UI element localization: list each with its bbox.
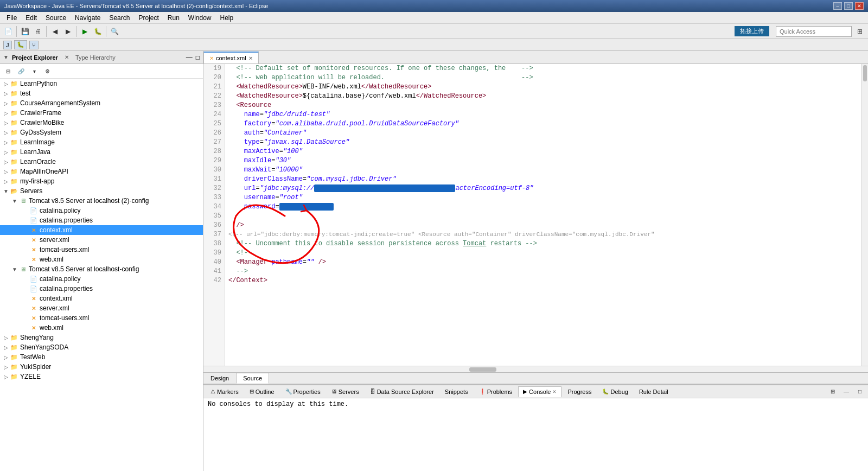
close-button[interactable]: ✕ bbox=[855, 2, 864, 10]
tab-progress[interactable]: Progress bbox=[563, 386, 596, 397]
menu-help[interactable]: Help bbox=[216, 13, 238, 23]
tab-console[interactable]: ▶ Console ✕ bbox=[518, 386, 561, 397]
tree-item-myfirstapp[interactable]: ▷ 📁 my-first-app bbox=[0, 176, 203, 186]
console-minimize-btn[interactable]: — bbox=[840, 386, 852, 398]
git-perspective[interactable]: ⑂ bbox=[29, 41, 39, 49]
tree-arrow[interactable]: ▷ bbox=[2, 91, 10, 97]
tree-arrow[interactable]: ▼ bbox=[11, 198, 18, 204]
tree-arrow[interactable]: ▷ bbox=[2, 354, 10, 360]
print-button[interactable]: 🖨 bbox=[32, 26, 44, 37]
search-button[interactable]: 🔍 bbox=[108, 26, 120, 37]
explorer-menu-button[interactable]: ▾ bbox=[28, 65, 40, 77]
tree-item-crawlermobike[interactable]: ▷ 📁 CrawlerMoBike bbox=[0, 118, 203, 128]
panel-collapse-icon[interactable]: ▼ bbox=[3, 54, 9, 60]
collapse-all-button[interactable]: ⊟ bbox=[2, 65, 14, 77]
tree-arrow[interactable]: ▷ bbox=[2, 110, 10, 116]
tree-arrow[interactable]: ▼ bbox=[2, 188, 10, 194]
code-area[interactable]: <!-- Default set of monitored resources.… bbox=[225, 64, 861, 366]
upload-button[interactable]: 拓接上传 bbox=[735, 26, 769, 36]
hscroll-thumb[interactable] bbox=[469, 367, 496, 372]
tree-item-shenyangsoda[interactable]: ▷ 📁 ShenYangSODA bbox=[0, 342, 203, 352]
tab-problems[interactable]: ❗ Problems bbox=[474, 386, 517, 397]
tree-item-test[interactable]: ▷ 📁 test bbox=[0, 88, 203, 98]
menu-source[interactable]: Source bbox=[41, 13, 71, 23]
panel-max-icon[interactable]: □ bbox=[196, 54, 200, 61]
scroll-thumb[interactable] bbox=[863, 65, 867, 81]
tree-item-catalina-policy-1[interactable]: ▷ 📄 catalina.policy bbox=[0, 206, 203, 215]
maximize-button[interactable]: □ bbox=[844, 2, 853, 10]
tree-item-context-xml-1[interactable]: ▷ ✕ context.xml bbox=[0, 225, 203, 235]
menu-project[interactable]: Project bbox=[134, 13, 163, 23]
quick-access-input[interactable] bbox=[776, 26, 852, 37]
tree-item-catalina-policy-2[interactable]: ▷ 📄 catalina.policy bbox=[0, 274, 203, 284]
menu-file[interactable]: File bbox=[2, 13, 21, 23]
menu-edit[interactable]: Edit bbox=[21, 13, 41, 23]
explorer-settings-button[interactable]: ⚙ bbox=[41, 65, 53, 77]
tree-item-tomcat-users-2[interactable]: ▷ ✕ tomcat-users.xml bbox=[0, 313, 203, 323]
tree-item-context-xml-2[interactable]: ▷ ✕ context.xml bbox=[0, 294, 203, 303]
tree-item-catalina-props-1[interactable]: ▷ 📄 catalina.properties bbox=[0, 215, 203, 225]
tab-properties[interactable]: 🔧 Properties bbox=[280, 386, 326, 397]
tab-context-xml[interactable]: ✕ context.xml ✕ bbox=[203, 52, 259, 63]
tree-arrow[interactable]: ▷ bbox=[2, 159, 10, 165]
tree-item-learnpython[interactable]: ▷ 📁 LearnPython bbox=[0, 79, 203, 88]
minimize-button[interactable]: – bbox=[833, 2, 842, 10]
tree-arrow[interactable]: ▷ bbox=[2, 149, 10, 155]
menu-window[interactable]: Window bbox=[184, 13, 216, 23]
tree-arrow[interactable]: ▷ bbox=[2, 130, 10, 136]
tree-item-web-xml-1[interactable]: ▷ ✕ web.xml bbox=[0, 254, 203, 264]
link-editor-button[interactable]: 🔗 bbox=[15, 65, 27, 77]
console-close-icon[interactable]: ✕ bbox=[552, 389, 557, 394]
perspective-toggle[interactable]: ⊞ bbox=[854, 26, 866, 37]
tree-arrow[interactable]: ▷ bbox=[2, 169, 10, 175]
tree-arrow[interactable]: ▷ bbox=[2, 81, 10, 87]
tree-arrow[interactable]: ▷ bbox=[2, 374, 10, 380]
tab-datasource[interactable]: 🗄 Data Source Explorer bbox=[365, 386, 439, 397]
tree-item-catalina-props-2[interactable]: ▷ 📄 catalina.properties bbox=[0, 284, 203, 294]
tab-servers[interactable]: 🖥 Servers bbox=[327, 386, 364, 397]
debug-perspective[interactable]: 🐛 bbox=[14, 40, 27, 49]
tree-item-yukispider[interactable]: ▷ 📁 YukiSpider bbox=[0, 362, 203, 372]
tree-item-web-xml-2[interactable]: ▷ ✕ web.xml bbox=[0, 323, 203, 333]
console-maximize-btn[interactable]: □ bbox=[854, 386, 866, 398]
tree-arrow[interactable]: ▷ bbox=[2, 179, 10, 184]
editor-vscrollbar[interactable] bbox=[861, 64, 868, 366]
tree-item-tomcat-local[interactable]: ▼ 🖥 Tomcat v8.5 Server at localhost-conf… bbox=[0, 264, 203, 274]
tree-item-learnimage[interactable]: ▷ 📁 LearnImage bbox=[0, 137, 203, 147]
editor-hscrollbar[interactable] bbox=[203, 366, 868, 372]
tab-close-button[interactable]: ✕ bbox=[248, 55, 253, 61]
tree-item-learnjava[interactable]: ▷ 📁 LearnJava bbox=[0, 147, 203, 157]
tree-item-testweb[interactable]: ▷ 📁 TestWeb bbox=[0, 352, 203, 362]
save-button[interactable]: 💾 bbox=[19, 26, 31, 37]
tree-arrow[interactable]: ▷ bbox=[2, 120, 10, 126]
tree-arrow[interactable]: ▷ bbox=[2, 335, 10, 341]
tree-arrow[interactable]: ▷ bbox=[2, 139, 10, 145]
tree-item-server-xml-2[interactable]: ▷ ✕ server.xml bbox=[0, 303, 203, 313]
menu-search[interactable]: Search bbox=[105, 13, 134, 23]
tree-item-tomcat-users-1[interactable]: ▷ ✕ tomcat-users.xml bbox=[0, 245, 203, 254]
menu-navigate[interactable]: Navigate bbox=[71, 13, 105, 23]
type-hierarchy-tab[interactable]: Type Hierarchy bbox=[75, 54, 116, 61]
console-new-view-btn[interactable]: ⊞ bbox=[827, 386, 839, 398]
tab-source[interactable]: Source bbox=[236, 373, 269, 384]
tree-item-mapall[interactable]: ▷ 📁 MapAllInOneAPI bbox=[0, 167, 203, 176]
java-ee-perspective[interactable]: J bbox=[3, 41, 12, 49]
tab-rule-detail[interactable]: Rule Detail bbox=[634, 386, 673, 397]
tab-design[interactable]: Design bbox=[203, 373, 236, 384]
tree-item-gydss[interactable]: ▷ 📁 GyDssSystem bbox=[0, 128, 203, 137]
tree-item-course[interactable]: ▷ 📁 CourseArrangementSystem bbox=[0, 98, 203, 108]
panel-min-icon[interactable]: — bbox=[186, 54, 193, 61]
run-button[interactable]: ▶ bbox=[79, 26, 91, 37]
tab-snippets[interactable]: Snippets bbox=[440, 386, 473, 397]
back-button[interactable]: ◀ bbox=[49, 26, 61, 37]
tree-item-yzele[interactable]: ▷ 📁 YZELE bbox=[0, 372, 203, 381]
tree-item-crawlerframe[interactable]: ▷ 📁 CrawlerFrame bbox=[0, 108, 203, 118]
tree-arrow[interactable]: ▷ bbox=[2, 345, 10, 351]
tab-debug[interactable]: 🐛 Debug bbox=[597, 386, 633, 397]
tree-arrow[interactable]: ▷ bbox=[2, 364, 10, 370]
tree-item-server-xml-1[interactable]: ▷ ✕ server.xml bbox=[0, 235, 203, 245]
debug-button[interactable]: 🐛 bbox=[92, 26, 104, 37]
new-button[interactable]: 📄 bbox=[2, 26, 14, 37]
tree-arrow[interactable]: ▼ bbox=[11, 266, 18, 272]
tree-arrow[interactable]: ▷ bbox=[2, 100, 10, 106]
